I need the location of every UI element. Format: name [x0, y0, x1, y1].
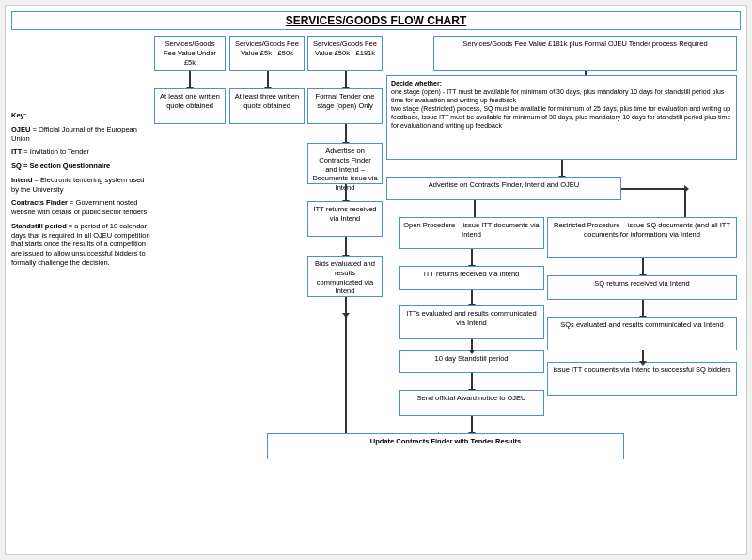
box-advertise-intend: Advertise on Contracts Finder and Intend…	[307, 143, 383, 184]
box-formal-tender: Formal Tender one stage (open) Only	[307, 88, 383, 124]
box-50k-181k: Services/Goods Fee Value £50k - £181k	[307, 36, 383, 71]
box-decide: Decide whether: one stage (open) - ITT m…	[386, 75, 737, 160]
arrow-21	[345, 297, 347, 436]
box-award-notice: Send official Award notice to OJEU	[399, 390, 544, 416]
arrow-15	[642, 300, 644, 317]
arrow-17	[471, 339, 473, 350]
arrow-20	[471, 416, 473, 433]
box-open-procedure: Open Procedure – issue ITT documents via…	[399, 217, 544, 249]
box-advertise-ojeu: Advertise on Contracts Finder, Intend an…	[386, 177, 621, 200]
key-ojeu: OJEU = Official Journal of the European …	[11, 125, 150, 144]
box-sq-returns: SQ returns received via Intend	[547, 275, 737, 300]
arrow-6	[561, 160, 563, 177]
box-restricted-procedure: Restricted Procedure – issue SQ document…	[547, 217, 737, 258]
box-issue-itt: issue ITT documents via Intend to succes…	[547, 362, 737, 396]
key-sq: SQ = Selection Questionnaire	[11, 162, 150, 171]
page-title: SERVICES/GOODS FLOW CHART	[11, 11, 741, 30]
key-label: Key:	[11, 111, 150, 120]
arrow-14	[471, 290, 473, 305]
arrow-11	[345, 237, 347, 256]
arrow-12	[471, 249, 473, 266]
key-itt: ITT = Invitation to Tender	[11, 148, 150, 157]
arrow-13	[642, 258, 644, 275]
box-one-quote: At least one written quote obtained	[154, 88, 226, 124]
arrow-9	[621, 188, 685, 190]
key-standstill: Standstill period = a period of 10 calen…	[11, 222, 150, 268]
box-update-contracts: Update Contracts Finder with Tender Resu…	[267, 433, 624, 459]
arrow-3	[345, 71, 347, 88]
key-contracts: Contracts Finder = Government hosted web…	[11, 198, 150, 217]
box-itts-evaluated: ITTs evaluated and results communicated …	[399, 305, 544, 339]
flow-column: Services/Goods Fee Value Under £5k Servi…	[154, 36, 741, 560]
box-sqs-evaluated: SQs evaluated and results communicated v…	[547, 317, 737, 350]
arrow-18	[642, 350, 644, 362]
key-intend: Intend = Electronic tendering system use…	[11, 176, 150, 194]
arrow-7	[345, 184, 347, 201]
box-itt-returns-mid: ITT returns received via Intend	[399, 266, 544, 290]
box-three-quotes: At least three written quote obtained	[229, 88, 305, 124]
arrow-2	[267, 71, 269, 88]
box-under5k: Services/Goods Fee Value Under £5k	[154, 36, 226, 71]
arrow-1	[189, 71, 191, 88]
arrow-19	[471, 373, 473, 390]
arrow-10	[684, 188, 686, 218]
arrow-5	[345, 124, 347, 143]
box-5k-50k: Services/Goods Fee Value £5k - £50k	[229, 36, 305, 71]
key-column: Key: OJEU = Official Journal of the Euro…	[11, 36, 150, 560]
arrow-8	[474, 200, 476, 217]
page: SERVICES/GOODS FLOW CHART Key: OJEU = Of…	[5, 5, 747, 555]
box-bids-evaluated: Bids evaluated and results communicated …	[307, 256, 383, 297]
flowchart-area: Key: OJEU = Official Journal of the Euro…	[11, 36, 741, 560]
box-181k-plus: Services/Goods Fee Value £181k plus Form…	[433, 36, 737, 71]
box-itt-returns-col3: ITT returns received via Intend	[307, 201, 383, 237]
